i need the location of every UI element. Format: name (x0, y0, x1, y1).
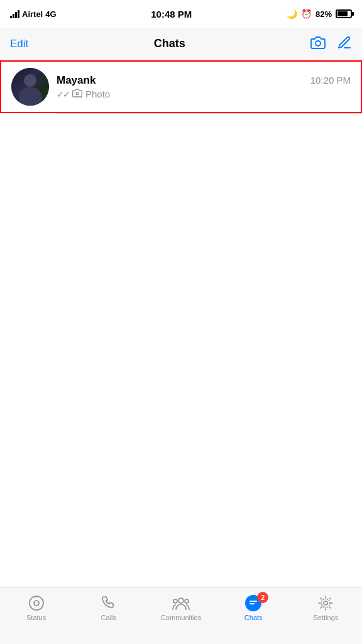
edit-button[interactable]: Edit (10, 38, 28, 50)
status-right: 🌙 ⏰ 82% (287, 9, 352, 19)
svg-point-10 (321, 599, 330, 608)
svg-point-9 (324, 601, 327, 605)
status-icon (28, 594, 45, 612)
avatar-image (11, 68, 49, 106)
calls-icon (100, 594, 118, 612)
svg-point-1 (76, 92, 79, 94)
page-title: Chats (154, 37, 185, 50)
status-left: Airtel 4G (10, 9, 57, 19)
tab-chats[interactable]: 2 Chats (217, 594, 290, 621)
tab-bar: Status Calls (0, 587, 362, 644)
tab-calls[interactable]: Calls (72, 594, 145, 621)
chat-time: 10:20 PM (310, 75, 351, 86)
empty-area (0, 114, 362, 479)
tab-communities[interactable]: Communities (145, 594, 217, 621)
tab-status-icon-wrap (28, 594, 45, 612)
svg-point-2 (30, 596, 43, 610)
chat-name-row: Mayank 10:20 PM (57, 74, 351, 87)
communities-icon (172, 594, 190, 612)
status-time: 10:48 PM (151, 9, 192, 19)
tab-settings-icon-wrap (317, 594, 334, 612)
tab-settings-label: Settings (314, 614, 339, 621)
chat-preview-text: Photo (85, 89, 110, 99)
tab-calls-icon-wrap (100, 594, 118, 612)
battery-icon (336, 9, 352, 18)
camera-preview-icon (72, 89, 82, 100)
chat-item-mayank[interactable]: Mayank 10:20 PM ✓✓ Photo (0, 60, 362, 113)
svg-point-6 (173, 599, 177, 603)
network-text: 4G (45, 9, 56, 19)
svg-point-7 (185, 599, 189, 603)
header-icons (310, 35, 352, 53)
tab-communities-label: Communities (161, 614, 201, 621)
tab-status-label: Status (26, 614, 46, 621)
svg-point-0 (315, 41, 321, 46)
tab-chats-label: Chats (244, 614, 263, 621)
svg-point-3 (34, 601, 39, 606)
compose-icon[interactable] (337, 35, 352, 53)
svg-point-5 (178, 598, 184, 603)
camera-icon[interactable] (310, 35, 326, 53)
chat-name: Mayank (57, 74, 96, 87)
avatar (11, 68, 49, 106)
chat-list: Mayank 10:20 PM ✓✓ Photo (0, 60, 362, 114)
status-bar: Airtel 4G 10:48 PM 🌙 ⏰ 82% (0, 0, 362, 28)
signal-bars (10, 9, 19, 18)
chat-info: Mayank 10:20 PM ✓✓ Photo (57, 74, 351, 100)
settings-icon (317, 594, 334, 612)
double-check-icon: ✓✓ (57, 89, 69, 99)
tab-settings[interactable]: Settings (290, 594, 362, 621)
header: Edit Chats (0, 28, 362, 60)
moon-icon: 🌙 (287, 9, 297, 19)
battery-fill (337, 11, 348, 16)
alarm-icon: ⏰ (301, 9, 312, 19)
svg-point-4 (35, 596, 37, 597)
tab-status[interactable]: Status (0, 594, 72, 621)
chat-preview-row: ✓✓ Photo (57, 89, 351, 100)
chats-badge: 2 (257, 592, 268, 603)
carrier-text: Airtel (22, 9, 43, 19)
tab-chats-icon-wrap: 2 (244, 594, 262, 612)
battery-percent: 82% (315, 9, 332, 19)
tab-calls-label: Calls (101, 614, 116, 621)
tab-communities-icon-wrap (172, 594, 190, 612)
